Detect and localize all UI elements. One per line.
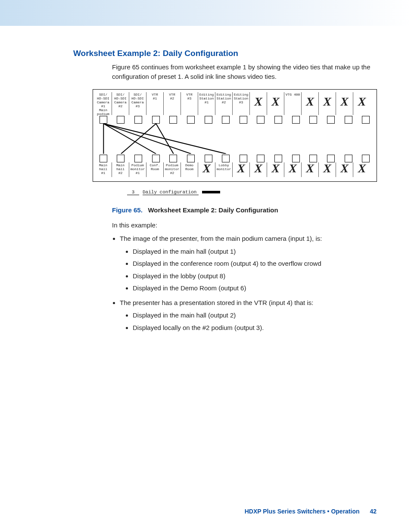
input-label-cell: SDI/ HD-SDI Camera #1 Main podium: [95, 92, 112, 115]
intro-paragraph: Figure 65 continues from worksheet examp…: [112, 62, 377, 81]
output-label-cell: Main hall #2: [112, 162, 129, 177]
page-top-accent: [0, 0, 411, 27]
preset-line: 3 Daily configuration: [127, 190, 377, 195]
figure-number: Figure 65.: [112, 206, 143, 214]
preset-number: 3: [127, 190, 139, 195]
port-box: [112, 116, 130, 124]
output-label-cell: X: [267, 162, 284, 177]
input-labels-row: SDI/ HD-SDI Camera #1 Main podiumSDI/ HD…: [95, 92, 375, 115]
input-label-cell: VTR #2: [164, 92, 181, 115]
port-box: [147, 116, 165, 124]
port-box: [305, 116, 323, 124]
input-label-cell: X: [302, 92, 319, 115]
port-box: [235, 116, 252, 124]
list-item: Displayed in the main hall (output 2): [133, 310, 377, 321]
input-label-cell: Editing Station #1: [198, 92, 215, 115]
input-label-cell: X: [319, 92, 336, 115]
port-box: [287, 116, 305, 124]
port-box: [200, 116, 218, 124]
output-label-cell: X: [284, 162, 302, 177]
input-label-cell: Editing Station #2: [215, 92, 233, 115]
output-label-cell: X: [319, 162, 336, 177]
port-box: [252, 155, 270, 162]
output-label-cell: Lobby monitor: [215, 162, 233, 177]
video-swatch-icon: [202, 191, 220, 193]
input-label-cell: SDI/ HD-SDI Camera #3: [129, 92, 146, 115]
footer-title: HDXP Plus Series Switchers • Operation: [245, 508, 360, 515]
figure-caption: Figure 65. Worksheet Example 2: Daily Co…: [112, 206, 377, 214]
port-box: [340, 155, 358, 162]
port-box: [217, 155, 235, 162]
port-box: [95, 116, 112, 124]
port-box: [165, 116, 183, 124]
output-label-cell: X: [250, 162, 267, 177]
port-box: [322, 155, 340, 162]
list-item: Displayed in the lobby (output 8): [133, 271, 377, 282]
tie-lines: [95, 124, 375, 154]
input-label-cell: SDI/ HD-SDI Camera #2: [112, 92, 129, 115]
port-box: [340, 116, 358, 124]
port-box: [287, 155, 305, 162]
preset-title: Daily configuration: [143, 190, 199, 195]
section-heading: Worksheet Example 2: Daily Configuration: [73, 49, 377, 58]
port-box: [252, 116, 270, 124]
port-box: [112, 155, 130, 162]
output-label-cell: Main hall #1: [95, 162, 112, 177]
port-box: [305, 155, 323, 162]
page-content: Worksheet Example 2: Daily Configuration…: [0, 27, 411, 333]
svg-line-4: [121, 124, 156, 154]
port-box: [357, 116, 375, 124]
list-item: Displayed locally on the #2 podium (outp…: [133, 322, 377, 333]
input-label-cell: X: [353, 92, 371, 115]
document-page: Worksheet Example 2: Daily Configuration…: [0, 0, 411, 532]
input-label-cell: VTG 400: [284, 92, 302, 115]
port-box: [235, 155, 252, 162]
svg-line-2: [103, 124, 191, 154]
input-boxes-row: [95, 116, 375, 124]
port-box: [182, 155, 200, 162]
port-box: [130, 116, 147, 124]
output-boxes-row: [95, 155, 375, 162]
output-label-cell: Demo Room: [181, 162, 198, 177]
input-label-cell: X: [336, 92, 353, 115]
output-label-cell: X: [233, 162, 250, 177]
example-body: In this example: The image of the presen…: [112, 220, 377, 333]
port-box: [322, 116, 340, 124]
output-label-cell: X: [353, 162, 371, 177]
port-box: [270, 155, 287, 162]
port-box: [95, 155, 112, 162]
input-label-cell: VTR #3: [181, 92, 198, 115]
figure-title: Worksheet Example 2: Daily Configuration: [148, 206, 278, 214]
output-labels-row: Main hall #1Main hall #2Podium monitor #…: [95, 162, 375, 177]
input-label-cell: X: [267, 92, 284, 115]
svg-line-5: [156, 124, 174, 154]
list-item: Displayed in the conference room (output…: [133, 258, 377, 269]
input-label-cell: Editing Station #3: [233, 92, 250, 115]
worksheet-figure: SDI/ HD-SDI Camera #1 Main podiumSDI/ HD…: [93, 89, 377, 195]
port-box: [357, 155, 375, 162]
output-label-cell: X: [302, 162, 319, 177]
port-box: [147, 155, 165, 162]
list-item: The image of the presenter, from the mai…: [120, 233, 377, 294]
port-box: [217, 116, 235, 124]
worksheet-box: SDI/ HD-SDI Camera #1 Main podiumSDI/ HD…: [93, 89, 377, 182]
example-intro: In this example:: [112, 220, 377, 231]
output-label-cell: Podium monitor #2: [164, 162, 181, 177]
page-footer: HDXP Plus Series Switchers • Operation 4…: [245, 508, 377, 515]
list-item: Displayed in the Demo Room (output 6): [133, 283, 377, 294]
output-label-cell: Conf. Room: [146, 162, 164, 177]
example-bullets: The image of the presenter, from the mai…: [112, 233, 377, 333]
port-box: [165, 155, 183, 162]
port-box: [270, 116, 287, 124]
output-label-cell: X: [198, 162, 215, 177]
output-label-cell: Podium monitor #1: [129, 162, 146, 177]
port-box: [130, 155, 147, 162]
input-label-cell: X: [250, 92, 267, 115]
list-item: Displayed in the main hall (output 1): [133, 246, 377, 257]
footer-page: 42: [370, 508, 377, 515]
list-item: The presenter has a presentation stored …: [120, 297, 377, 333]
port-box: [200, 155, 218, 162]
input-label-cell: VTR #1: [146, 92, 164, 115]
port-box: [182, 116, 200, 124]
output-label-cell: X: [336, 162, 353, 177]
